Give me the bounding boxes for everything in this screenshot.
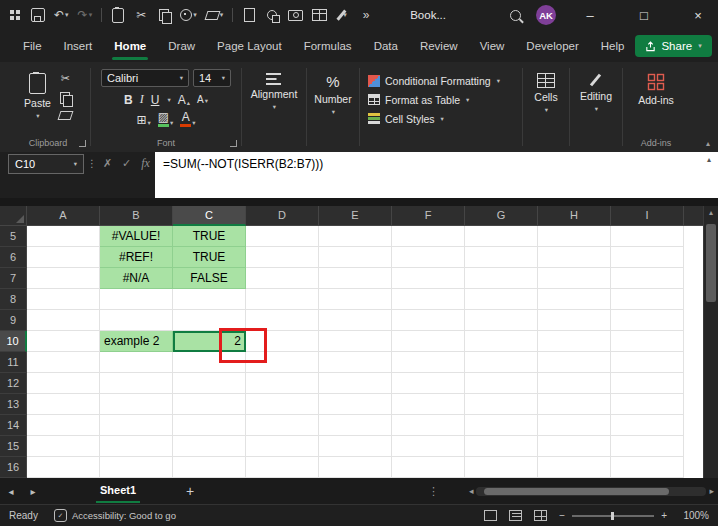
cell-G12[interactable] [465,373,538,394]
font-name-combo[interactable]: Calibri ▾ [101,69,189,87]
font-color-button[interactable]: A ▾ [180,112,195,127]
row-header-16[interactable]: 16 [0,457,27,478]
cell-H14[interactable] [538,415,611,436]
cell-F15[interactable] [392,436,465,457]
addins-button[interactable]: Add-ins [638,69,674,106]
camera-icon[interactable] [288,7,303,23]
cell-C13[interactable] [173,394,246,415]
cell-B7[interactable]: #N/A [100,268,173,289]
format-as-table-button[interactable]: Format as Table ▾ [360,90,522,109]
grow-font-button[interactable]: A▴ [178,93,190,107]
more-commands-chevron[interactable]: » [359,7,373,23]
cell-D5[interactable] [246,226,319,247]
cell-F10[interactable] [392,331,465,352]
collapse-ribbon-chevron[interactable]: ▴ [706,139,710,148]
cell-B16[interactable] [100,457,173,478]
cell-D12[interactable] [246,373,319,394]
row-header-9[interactable]: 9 [0,310,27,331]
cell-D14[interactable] [246,415,319,436]
cell-D13[interactable] [246,394,319,415]
vertical-scroll-thumb[interactable] [706,224,716,302]
minimize-button[interactable]: – [570,0,610,30]
cell-H5[interactable] [538,226,611,247]
accessibility-status[interactable]: ✓ Accessibility: Good to go [54,509,176,522]
cell-G14[interactable] [465,415,538,436]
cell-C8[interactable] [173,289,246,310]
column-header-H[interactable]: H [538,206,611,226]
cell-I10[interactable] [611,331,684,352]
cell-B10[interactable]: example 2 [100,331,173,352]
cell-A13[interactable] [27,394,100,415]
column-header-G[interactable]: G [465,206,538,226]
cell-C16[interactable] [173,457,246,478]
cell-H11[interactable] [538,352,611,373]
ink-pen-icon[interactable]: ▾ [336,7,350,23]
app-launcher-icon[interactable] [8,7,22,23]
cell-C5[interactable]: TRUE [173,226,246,247]
cell-D9[interactable] [246,310,319,331]
clipboard-dialog-launcher[interactable] [79,140,86,147]
column-header-F[interactable]: F [392,206,465,226]
cell-H8[interactable] [538,289,611,310]
formula-bar-collapse-chevron[interactable]: ▴ [707,155,711,164]
cell-F11[interactable] [392,352,465,373]
cell-I15[interactable] [611,436,684,457]
prev-sheet-arrow[interactable]: ◂ [0,486,22,497]
cell-E12[interactable] [319,373,392,394]
cell-B11[interactable] [100,352,173,373]
cell-H9[interactable] [538,310,611,331]
cell-D7[interactable] [246,268,319,289]
cell-B6[interactable]: #REF! [100,247,173,268]
cell-A15[interactable] [27,436,100,457]
cell-D10[interactable] [246,331,319,352]
cell-E10[interactable] [319,331,392,352]
cell-G5[interactable] [465,226,538,247]
cell-H6[interactable] [538,247,611,268]
cell-E9[interactable] [319,310,392,331]
select-all-button[interactable] [0,206,27,226]
row-header-15[interactable]: 15 [0,436,27,457]
cut-icon[interactable]: ✂ [134,7,148,23]
row-header-11[interactable]: 11 [0,352,27,373]
cell-G8[interactable] [465,289,538,310]
row-header-14[interactable]: 14 [0,415,27,436]
eraser-icon[interactable]: ▾ [206,7,224,23]
cell-H16[interactable] [538,457,611,478]
tab-developer[interactable]: Developer [515,30,589,62]
cell-I12[interactable] [611,373,684,394]
row-header-10[interactable]: 10 [0,331,27,352]
row-header-6[interactable]: 6 [0,247,27,268]
cancel-entry-button[interactable]: ✗ [98,152,117,174]
row-header-13[interactable]: 13 [0,394,27,415]
tab-data[interactable]: Data [363,30,409,62]
cell-E7[interactable] [319,268,392,289]
maximize-button[interactable]: □ [624,0,664,30]
name-box[interactable]: C10 ▾ [8,154,84,174]
cell-I14[interactable] [611,415,684,436]
borders-button[interactable]: ⊞▾ [136,113,150,127]
cell-B8[interactable] [100,289,173,310]
cell-A12[interactable] [27,373,100,394]
cell-F6[interactable] [392,247,465,268]
cell-B5[interactable]: #VALUE! [100,226,173,247]
settings-icon[interactable]: ▾ [180,7,197,23]
cell-F16[interactable] [392,457,465,478]
horizontal-scroll-thumb[interactable] [484,488,669,495]
cell-I9[interactable] [611,310,684,331]
cell-E14[interactable] [319,415,392,436]
table-icon[interactable] [312,7,327,23]
bold-button[interactable]: B [124,93,133,107]
conditional-formatting-button[interactable]: Conditional Formatting ▾ [360,71,522,90]
cell-C12[interactable] [173,373,246,394]
copy-icon[interactable] [157,7,171,23]
cell-E15[interactable] [319,436,392,457]
cell-G6[interactable] [465,247,538,268]
scroll-left-arrow[interactable]: ◂ [469,486,474,496]
redo-button[interactable]: ↷▾ [78,7,93,23]
name-box-splitter[interactable]: ⋮ [86,152,98,174]
cell-H10[interactable] [538,331,611,352]
fill-color-button[interactable]: ▨ ▾ [158,112,174,127]
tab-view[interactable]: View [469,30,516,62]
cell-D16[interactable] [246,457,319,478]
insert-function-button[interactable]: fx [136,152,155,174]
